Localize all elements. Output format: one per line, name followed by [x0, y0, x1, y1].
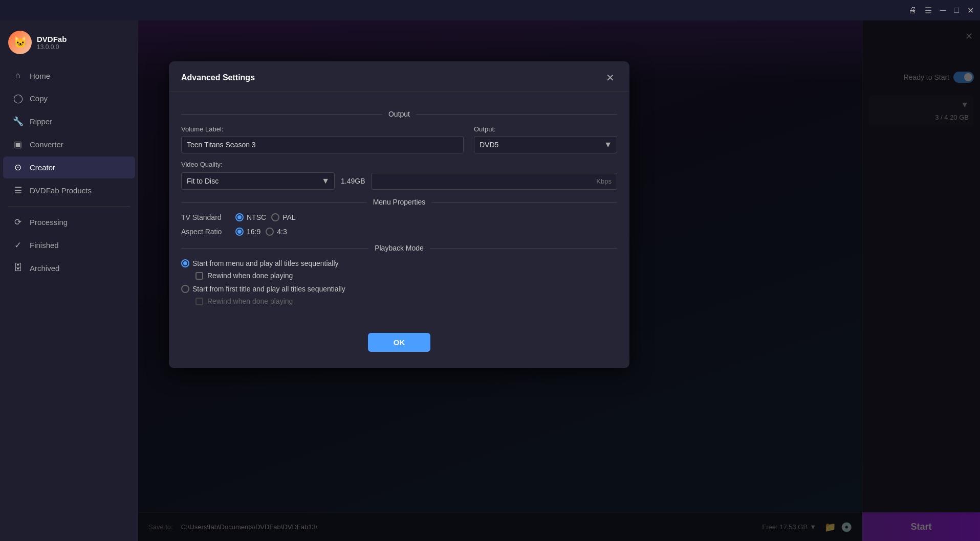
rewind-1-text: Rewind when done playing	[207, 272, 293, 280]
aspect-ratio-row: Aspect Ratio 16:9 4:3	[181, 228, 617, 236]
output-select[interactable]: DVD5 DVD9	[474, 136, 617, 153]
sidebar-item-label: Finished	[30, 241, 59, 250]
rewind-2-checkbox	[195, 298, 203, 305]
sidebar-item-label: Ripper	[30, 117, 52, 126]
ratio-16-9-label[interactable]: 16:9	[235, 228, 260, 236]
ntsc-radio[interactable]	[235, 213, 244, 221]
sidebar: 🐱 DVDFab 13.0.0.0 ⌂ Home ◯ Copy 🔧 Ripper…	[0, 20, 138, 541]
menu-icon[interactable]: ☰	[925, 6, 932, 15]
output-label-text: Output:	[474, 125, 617, 133]
ratio-16-9-radio[interactable]	[235, 228, 244, 236]
output-section-label: Output	[388, 110, 410, 118]
volume-output-row: Volume Label: Output: DVD5 DVD9 ▼	[181, 125, 617, 153]
playback-radio-2[interactable]	[181, 285, 189, 293]
ratio-4-3-radio[interactable]	[266, 228, 274, 236]
converter-icon: ▣	[12, 139, 24, 150]
volume-label-text: Volume Label:	[181, 125, 464, 133]
rewind-1-checkbox[interactable]	[195, 272, 203, 280]
menu-properties-divider: Menu Properties	[181, 198, 617, 206]
modal-overlay: Advanced Settings ✕ Output Volume Label:	[138, 20, 980, 541]
logo-text: DVDFab 13.0.0.0	[37, 35, 67, 51]
playback-divider-left	[181, 248, 368, 249]
pal-radio[interactable]	[271, 213, 279, 221]
content-area: ✕ Ready to Start ▼ 3 / 4.20 GB Advanced …	[138, 20, 980, 541]
rewind-2-checkbox-label: Rewind when done playing	[195, 297, 617, 305]
output-select-wrapper: DVD5 DVD9 ▼	[474, 136, 617, 153]
sidebar-item-creator[interactable]: ⊙ Creator	[3, 156, 135, 178]
finished-icon: ✓	[12, 240, 24, 251]
ntsc-label-text: NTSC	[247, 213, 266, 221]
playback-option-1-text: Start from menu and play all titles sequ…	[192, 259, 339, 267]
processing-icon: ⟳	[12, 217, 24, 228]
rewind-1-checkbox-label[interactable]: Rewind when done playing	[195, 272, 617, 280]
quality-select-inner: Fit to Disc High Quality Custom ▼	[181, 172, 335, 190]
video-quality-label-text: Video Quality:	[181, 161, 617, 168]
advanced-settings-modal: Advanced Settings ✕ Output Volume Label:	[169, 61, 629, 368]
modal-header: Advanced Settings ✕	[169, 61, 629, 92]
app-name: DVDFab	[37, 35, 67, 43]
maximize-button[interactable]: □	[954, 6, 959, 15]
divider-line-left	[181, 114, 382, 115]
sidebar-item-ripper[interactable]: 🔧 Ripper	[3, 110, 135, 132]
video-quality-select-wrapper: Fit to Disc High Quality Custom ▼	[181, 172, 335, 190]
sidebar-item-label: Archived	[30, 264, 59, 273]
ripper-icon: 🔧	[12, 116, 24, 127]
products-icon: ☰	[12, 185, 24, 196]
tv-standard-item: TV Standard NTSC PAL	[181, 213, 296, 221]
aspect-ratio-label: Aspect Ratio	[181, 228, 227, 236]
modal-close-button[interactable]: ✕	[603, 71, 617, 85]
menu-divider-left	[181, 202, 367, 202]
sidebar-item-copy[interactable]: ◯ Copy	[3, 87, 135, 109]
playback-option-1: Start from menu and play all titles sequ…	[181, 259, 617, 280]
tv-standard-label: TV Standard	[181, 213, 227, 221]
sidebar-item-label: Creator	[30, 163, 55, 172]
minimize-button[interactable]: ─	[940, 6, 946, 15]
volume-label-input[interactable]	[181, 136, 464, 153]
kbps-input[interactable]	[371, 173, 617, 190]
ok-button[interactable]: OK	[368, 333, 431, 352]
aspect-ratio-radio-group: 16:9 4:3	[235, 228, 287, 236]
rewind-2-text: Rewind when done playing	[207, 297, 293, 305]
playback-radio-1[interactable]	[181, 259, 189, 267]
logo-icon: 🐱	[8, 31, 32, 54]
sidebar-item-home[interactable]: ⌂ Home	[3, 65, 135, 86]
ratio-16-9-text: 16:9	[247, 228, 260, 236]
sidebar-item-processing[interactable]: ⟳ Processing	[3, 211, 135, 233]
device-icon[interactable]: 🖨	[908, 6, 917, 15]
output-section-divider: Output	[181, 110, 617, 118]
playback-mode-label: Playback Mode	[375, 244, 424, 252]
aspect-ratio-item: Aspect Ratio 16:9 4:3	[181, 228, 287, 236]
tv-standard-radio-group: NTSC PAL	[235, 213, 296, 221]
pal-radio-label[interactable]: PAL	[271, 213, 295, 221]
modal-body: Output Volume Label: Output: DVD	[169, 92, 629, 321]
output-format-group: Output: DVD5 DVD9 ▼	[474, 125, 617, 153]
sidebar-item-converter[interactable]: ▣ Converter	[3, 133, 135, 155]
close-button[interactable]: ✕	[967, 6, 974, 15]
app-version: 13.0.0.0	[37, 43, 67, 51]
sidebar-item-archived[interactable]: 🗄 Archived	[3, 257, 135, 279]
modal-footer: OK	[169, 333, 629, 352]
main-layout: 🐱 DVDFab 13.0.0.0 ⌂ Home ◯ Copy 🔧 Ripper…	[0, 20, 980, 541]
divider-line-right	[416, 114, 617, 115]
sidebar-item-dvdfab-products[interactable]: ☰ DVDFab Products	[3, 179, 135, 201]
sidebar-item-label: Converter	[30, 140, 63, 149]
playback-mode-divider: Playback Mode	[181, 244, 617, 252]
playback-radio-1-label[interactable]: Start from menu and play all titles sequ…	[181, 259, 617, 267]
playback-option-2-text: Start from first title and play all titl…	[192, 285, 345, 293]
rewind-1-row: Rewind when done playing	[195, 272, 617, 280]
ntsc-radio-label[interactable]: NTSC	[235, 213, 266, 221]
ratio-4-3-text: 4:3	[277, 228, 287, 236]
sidebar-item-label: DVDFab Products	[30, 186, 92, 195]
video-quality-select[interactable]: Fit to Disc High Quality Custom	[181, 172, 335, 190]
sidebar-item-label: Home	[30, 72, 50, 80]
archived-icon: 🗄	[12, 263, 24, 273]
ratio-4-3-label[interactable]: 4:3	[266, 228, 287, 236]
volume-label-group: Volume Label:	[181, 125, 464, 153]
menu-divider-right	[431, 202, 617, 202]
playback-radio-2-label[interactable]: Start from first title and play all titl…	[181, 285, 617, 293]
video-quality-label-group: Video Quality:	[181, 161, 617, 168]
video-quality-row: Fit to Disc High Quality Custom ▼ 1.49GB	[181, 172, 617, 190]
tv-standard-row: TV Standard NTSC PAL	[181, 213, 617, 221]
menu-properties-label: Menu Properties	[373, 198, 426, 206]
sidebar-item-finished[interactable]: ✓ Finished	[3, 234, 135, 256]
